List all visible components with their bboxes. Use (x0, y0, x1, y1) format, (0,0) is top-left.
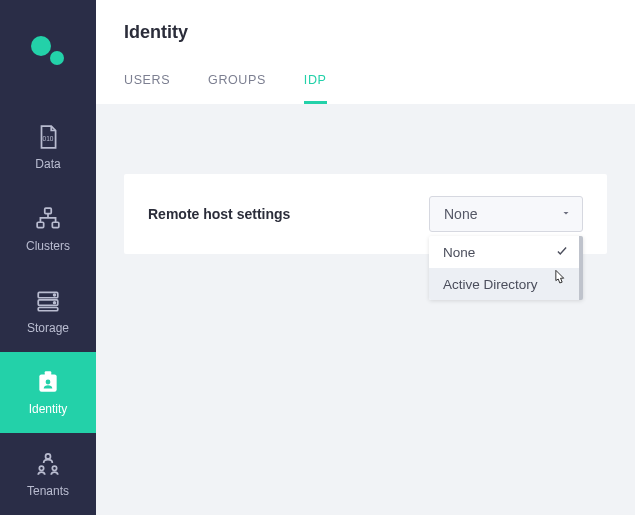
tab-users[interactable]: USERS (124, 73, 170, 104)
svg-point-1 (50, 51, 64, 65)
clusters-icon (35, 205, 61, 233)
logo-icon (26, 31, 70, 75)
sidebar-item-tenants[interactable]: Tenants (0, 433, 96, 515)
storage-icon (35, 287, 61, 315)
svg-point-10 (54, 301, 56, 303)
chevron-down-icon (560, 206, 572, 222)
topbar: Identity USERS GROUPS IDP (96, 0, 635, 104)
svg-text:010: 010 (43, 136, 54, 143)
remote-host-settings-card: Remote host settings None None (124, 174, 607, 254)
tab-groups[interactable]: GROUPS (208, 73, 266, 104)
svg-rect-12 (45, 372, 52, 377)
remote-host-settings-label: Remote host settings (148, 206, 290, 222)
svg-point-13 (46, 380, 51, 385)
sidebar-item-label: Tenants (27, 484, 69, 498)
sidebar-item-label: Identity (29, 402, 68, 416)
page-title: Identity (124, 22, 607, 43)
dropdown-option-none[interactable]: None (429, 236, 579, 268)
remote-host-select-wrap: None None Active Directory (429, 196, 583, 232)
svg-rect-5 (52, 222, 59, 227)
dropdown-option-label: None (443, 245, 475, 260)
data-file-icon: 010 (35, 123, 61, 151)
remote-host-dropdown: None Active Directory (429, 236, 583, 300)
content: Remote host settings None None (96, 104, 635, 515)
tabs: USERS GROUPS IDP (124, 73, 607, 104)
identity-card-icon (35, 368, 61, 396)
svg-point-9 (54, 294, 56, 296)
dropdown-option-active-directory[interactable]: Active Directory (429, 268, 579, 300)
svg-point-0 (31, 36, 51, 56)
svg-rect-8 (38, 307, 58, 310)
tab-idp[interactable]: IDP (304, 73, 327, 104)
main-area: Identity USERS GROUPS IDP Remote host se… (96, 0, 635, 515)
app-logo (0, 0, 96, 106)
sidebar-item-clusters[interactable]: Clusters (0, 188, 96, 270)
dropdown-option-label: Active Directory (443, 277, 538, 292)
svg-point-14 (46, 454, 51, 459)
svg-rect-3 (45, 208, 52, 213)
svg-rect-4 (37, 222, 44, 227)
sidebar-item-data[interactable]: 010 Data (0, 106, 96, 188)
sidebar-item-storage[interactable]: Storage (0, 270, 96, 352)
sidebar-item-label: Storage (27, 321, 69, 335)
sidebar: 010 Data Clusters Storage (0, 0, 96, 515)
sidebar-item-label: Clusters (26, 239, 70, 253)
svg-point-16 (52, 466, 56, 470)
svg-point-15 (39, 466, 43, 470)
tenants-icon (35, 450, 61, 478)
check-icon (555, 244, 569, 261)
remote-host-select[interactable]: None (429, 196, 583, 232)
sidebar-item-label: Data (35, 157, 60, 171)
select-value: None (444, 206, 477, 222)
sidebar-item-identity[interactable]: Identity (0, 352, 96, 434)
